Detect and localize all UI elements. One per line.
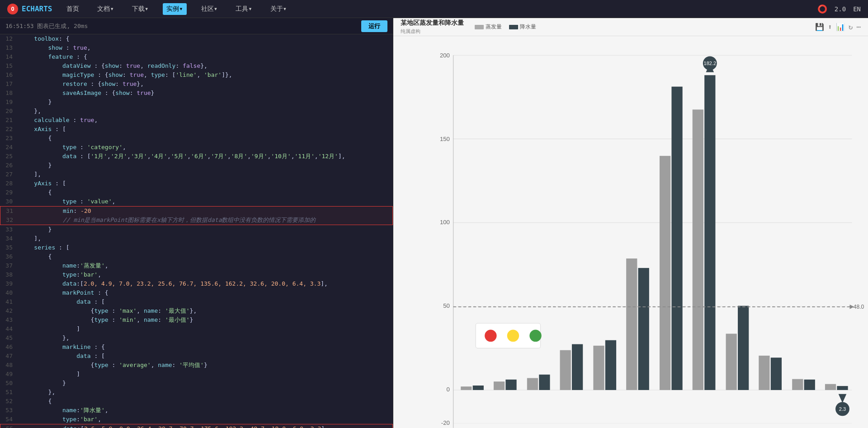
svg-text:100: 100: [440, 219, 450, 226]
markpoint-min-label: 2.3: [839, 406, 846, 412]
avg-label: 48.07: [854, 304, 864, 310]
legend-label-rain: 降水量: [520, 23, 536, 31]
code-line-42: 42 {type : 'max', name: '最大值'},: [0, 306, 393, 315]
code-line-20: 20 },: [0, 107, 393, 116]
bar-rain-8: [704, 75, 715, 390]
highlight-block-1: 31 min: -20 32 // min是当markPoint图标需要在x轴下…: [0, 206, 393, 225]
code-line-19: 19 }: [0, 98, 393, 107]
code-line-17: 17 restore : {show: true},: [0, 80, 393, 89]
code-line-23: 23 {: [0, 134, 393, 143]
code-line-12: 12 toolbox: {: [0, 34, 393, 43]
nav-item-about[interactable]: 关于▾: [267, 3, 290, 15]
nav-item-home[interactable]: 首页: [63, 3, 83, 15]
bar-rain-1: [473, 386, 484, 390]
code-line-34: 34 ],: [0, 234, 393, 243]
code-line-35: 35 series : [: [0, 243, 393, 252]
code-line-27: 27 ],: [0, 170, 393, 179]
lang-label: EN: [853, 5, 861, 13]
bar-evap-2: [494, 381, 505, 390]
code-line-16: 16 magicType : {show: true, type: ['line…: [0, 71, 393, 80]
chart-legend: 蒸发量 降水量: [475, 23, 536, 31]
code-line-41: 41 data : [: [0, 297, 393, 306]
chart-subtitle: 纯属虚构: [401, 28, 464, 35]
dot-yellow: [507, 330, 519, 342]
chart-header: 某地区蒸发量和降水量 纯属虚构 蒸发量 降水量 💾 ⬆ 📊 ↻ ⋯: [393, 18, 868, 36]
bar-rain-10: [771, 357, 782, 390]
code-line-45: 45 },: [0, 334, 393, 343]
nav-item-download[interactable]: 下载▾: [128, 3, 152, 15]
code-line-47: 47 data : [: [0, 352, 393, 361]
code-line-32: 32 // min是当markPoint图标需要在x轴下方时，但数据data数组…: [0, 216, 392, 225]
code-line-37: 37 name:'蒸发量',: [0, 261, 393, 270]
code-line-53: 53 name:'降水量',: [0, 406, 393, 415]
code-line-31: 31 min: -20: [0, 207, 392, 216]
svg-text:150: 150: [440, 136, 450, 142]
code-line-49: 49 ]: [0, 370, 393, 379]
code-line-25: 25 data : ['1月','2月','3月','4月','5月','6月'…: [0, 152, 393, 161]
markpoint-min: [839, 394, 847, 403]
bar-rain-6: [638, 268, 649, 390]
save-icon[interactable]: 💾: [815, 23, 824, 31]
bar-evap-4: [560, 350, 571, 390]
code-line-15: 15 dataView : {show: true, readOnly: fal…: [0, 61, 393, 71]
legend-dot-evap: [475, 25, 484, 29]
legend-item-evap: 蒸发量: [475, 23, 502, 31]
svg-text:0: 0: [447, 386, 450, 393]
code-area[interactable]: 12 toolbox: { 13 show : true, 14 feature…: [0, 34, 393, 428]
code-line-54: 54 type:'bar',: [0, 415, 393, 424]
code-line-36: 36 {: [0, 252, 393, 261]
bar-rain-2: [505, 380, 516, 390]
legend-dot-rain: [509, 25, 518, 29]
toolbar-bar: 16:51:53 图表已生成, 20ms 运行: [0, 18, 393, 34]
chart-icon[interactable]: 📊: [836, 23, 845, 31]
chart-body: 200 150 100 50 0 -20: [393, 36, 868, 428]
options-icon[interactable]: ⋯: [856, 23, 861, 31]
upload-icon[interactable]: ⬆: [828, 23, 832, 31]
bar-evap-7: [660, 156, 670, 390]
markpoint-max-label: 182.2: [704, 61, 717, 66]
bar-rain-5: [605, 340, 616, 390]
code-line-40: 40 markPoint : {: [0, 288, 393, 297]
bar-evap-8: [693, 109, 703, 390]
github-icon[interactable]: ⭕: [817, 4, 827, 14]
code-line-43: 43 {type : 'min', name: '最小值'}: [0, 315, 393, 325]
nav-item-examples[interactable]: 实例▾: [163, 3, 186, 15]
code-line-26: 26 }: [0, 161, 393, 170]
code-panel: 16:51:53 图表已生成, 20ms 运行 12 toolbox: { 13…: [0, 18, 393, 428]
code-line-33: 33 }: [0, 225, 393, 234]
bar-rain-11: [804, 380, 815, 390]
code-line-48: 48 {type : 'average', name: '平均值'}: [0, 361, 393, 370]
code-line-46: 46 markLine : {: [0, 343, 393, 352]
refresh-icon[interactable]: ↻: [849, 23, 853, 31]
code-line-55: 55 data:[2.6, 5.9, 9.0, 26.4, 28.7, 70.7…: [0, 424, 392, 428]
nav-logo: O ECHARTS: [7, 4, 52, 14]
code-line-18: 18 saveAsImage : {show: true}: [0, 89, 393, 98]
bar-rain-7: [671, 87, 682, 390]
main-container: 16:51:53 图表已生成, 20ms 运行 12 toolbox: { 13…: [0, 18, 868, 428]
code-line-50: 50 }: [0, 379, 393, 388]
code-line-14: 14 feature : {: [0, 52, 393, 61]
code-line-24: 24 type : 'category',: [0, 143, 393, 152]
code-line-52: 52 {: [0, 397, 393, 406]
nav-bar: O ECHARTS 首页 文档▾ 下载▾ 实例▾ 社区▾ 工具▾ 关于▾ ⭕ 2…: [0, 0, 868, 18]
bar-rain-3: [539, 375, 550, 390]
code-line-44: 44 ]: [0, 325, 393, 334]
svg-text:200: 200: [440, 52, 450, 59]
svg-text:-20: -20: [441, 419, 450, 426]
bar-evap-5: [593, 346, 604, 390]
timestamp-label: 16:51:53 图表已生成, 20ms: [5, 22, 358, 30]
bar-evap-12: [825, 384, 836, 390]
chart-title: 某地区蒸发量和降水量: [401, 19, 464, 27]
bar-rain-12: [837, 386, 848, 390]
run-button[interactable]: 运行: [361, 20, 387, 32]
svg-text:50: 50: [443, 302, 450, 309]
code-line-28: 28 yAxis : [: [0, 179, 393, 188]
nav-item-docs[interactable]: 文档▾: [94, 3, 117, 15]
dot-red: [485, 330, 496, 342]
dot-green: [529, 330, 541, 342]
nav-item-community[interactable]: 社区▾: [198, 3, 221, 15]
bar-evap-1: [461, 386, 472, 390]
nav-item-tools[interactable]: 工具▾: [232, 3, 255, 15]
logo-text: ECHARTS: [22, 5, 52, 13]
legend-item-rain: 降水量: [509, 23, 536, 31]
